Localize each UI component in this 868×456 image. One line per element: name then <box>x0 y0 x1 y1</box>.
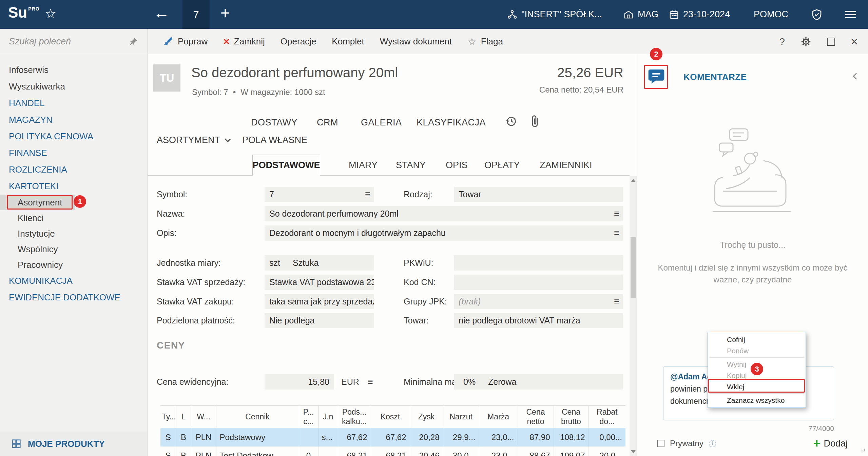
close-window-icon[interactable]: × <box>851 36 858 48</box>
tab-crm[interactable]: CRM <box>317 117 338 128</box>
field-menu-icon[interactable]: ≡ <box>614 225 619 241</box>
scrollbar-thumb[interactable] <box>631 237 636 298</box>
command-search[interactable]: Szukaj poleceń <box>0 29 147 54</box>
menu-item-cofnij[interactable]: Cofnij <box>708 334 806 345</box>
maximize-icon[interactable] <box>827 38 835 46</box>
symbol-field[interactable]: 7 ≡ <box>265 187 374 202</box>
subtab-miary[interactable]: MIARY <box>349 160 378 171</box>
subtab-opis[interactable]: OPIS <box>446 160 468 171</box>
col-header[interactable]: P... c... <box>299 406 318 428</box>
info-icon[interactable]: i <box>709 440 716 447</box>
menu-item-wklej[interactable]: Wklej <box>708 381 806 392</box>
sidebar-item-klienci[interactable]: Klienci <box>0 210 147 226</box>
col-header[interactable]: L <box>176 406 191 428</box>
sidebar-item-wspolnicy[interactable]: Wspólnicy <box>0 241 147 257</box>
collapse-panel-chevron-icon[interactable] <box>853 73 860 80</box>
flaga-button[interactable]: ☆ Flaga <box>467 36 503 47</box>
jednostka-field[interactable]: szt Sztuka <box>265 255 374 271</box>
sidebar-item-instytucje[interactable]: Instytucje <box>0 226 147 241</box>
new-tab-button[interactable]: + <box>220 3 230 22</box>
kod-cn-field[interactable] <box>454 275 623 290</box>
sidebar-item-finanse[interactable]: FINANSE <box>0 145 147 161</box>
comment-bubble-icon[interactable] <box>647 67 666 87</box>
security-shield-button[interactable] <box>811 0 823 29</box>
sidebar-item-wyszukiwarka[interactable]: Wyszukiwarka <box>0 78 147 95</box>
sidebar-item-polityka-cenowa[interactable]: POLITYKA CENOWA <box>0 128 147 145</box>
sidebar-item-kartoteki[interactable]: KARTOTEKI <box>0 178 147 195</box>
pkwiu-field[interactable] <box>454 255 623 271</box>
gear-icon[interactable] <box>801 36 811 47</box>
open-tab-7[interactable]: 7 <box>182 0 210 29</box>
col-header[interactable]: Pods... kalku... <box>338 406 371 428</box>
col-header[interactable]: Cena netto <box>518 406 554 428</box>
opis-field[interactable]: Dezodorant o mocnym i długotrwałym zapac… <box>265 225 623 241</box>
podzielona-platnosc-field[interactable]: Nie podlega <box>265 313 374 328</box>
sidebar-item-ewidencje-dodatkowe[interactable]: EWIDENCJE DODATKOWE <box>0 289 147 306</box>
private-checkbox[interactable] <box>657 440 664 447</box>
favorites-star-icon[interactable]: ☆ <box>45 6 56 21</box>
tab-galeria[interactable]: GALERIA <box>361 117 402 128</box>
sidebar-item-komunikacja[interactable]: KOMUNIKACJA <box>0 273 147 289</box>
minimalna-marza-field[interactable]: 0% Zerowa <box>454 374 623 390</box>
company-selector[interactable]: "INSERT" SPÓŁK... <box>507 0 602 29</box>
price-table-row-selected[interactable]: S B PLN Podstawowy s... 67,62 67,62 20,2… <box>160 428 625 447</box>
currency-label[interactable]: EUR <box>341 374 359 390</box>
field-menu-icon[interactable]: ≡ <box>614 294 619 309</box>
subtab-podstawowe[interactable]: PODSTAWOWE <box>252 155 320 176</box>
sidebar-item-pracownicy[interactable]: Pracownicy <box>0 257 147 273</box>
help-menu[interactable]: POMOC <box>754 0 788 29</box>
warehouse-selector[interactable]: MAG <box>623 0 659 29</box>
field-menu-icon[interactable]: ≡ <box>368 374 373 390</box>
sidebar-item-rozliczenia[interactable]: ROZLICZENIA <box>0 161 147 178</box>
sidebar-item-handel[interactable]: HANDEL <box>0 95 147 112</box>
vat-sprzedazy-field[interactable]: Stawka VAT podstawowa 23% <box>265 275 374 290</box>
field-menu-icon[interactable]: ≡ <box>614 206 619 221</box>
col-header[interactable]: J.n <box>318 406 338 428</box>
col-header[interactable]: Ty... <box>160 406 176 428</box>
field-menu-icon[interactable]: ≡ <box>365 187 370 202</box>
tab-klasyfikacja[interactable]: KLASYFIKACJA <box>417 117 486 128</box>
grupy-jpk-field[interactable]: (brak) ≡ <box>454 294 623 309</box>
add-comment-button[interactable]: + Dodaj <box>813 437 848 450</box>
price-table-row[interactable]: S B PLN Test Dodatkow... 0 ... 68,21 68,… <box>160 447 625 456</box>
sidebar-footer-moje-produkty[interactable]: MOJE PRODUKTY <box>0 432 147 456</box>
cena-ewidencyjna-field[interactable]: 15,80 <box>265 374 334 390</box>
vat-zakupu-field[interactable]: taka sama jak przy sprzedaży <box>265 294 374 309</box>
wystaw-dokument-button[interactable]: Wystaw dokument <box>380 36 452 47</box>
subtab-stany[interactable]: STANY <box>396 160 426 171</box>
sidebar-item-asortyment[interactable]: Asortyment <box>0 195 75 210</box>
col-header[interactable]: Narzut <box>443 406 479 428</box>
col-header[interactable]: Marża <box>479 406 518 428</box>
paperclip-icon[interactable] <box>529 115 541 128</box>
back-button[interactable]: ← <box>153 3 170 22</box>
nazwa-field[interactable]: So dezodorant perfumowany 20ml ≡ <box>265 206 623 221</box>
sidebar-item-magazyn[interactable]: MAGAZYN <box>0 112 147 128</box>
col-header[interactable]: Cena brutto <box>554 406 589 428</box>
zamknij-button[interactable]: × Zamknij <box>223 36 265 47</box>
date-selector[interactable]: 23-10-2024 <box>669 0 730 29</box>
col-header[interactable]: W... <box>191 406 216 428</box>
tab-dostawy[interactable]: DOSTAWY <box>251 117 297 128</box>
towar-field[interactable]: nie podlega obrotowi VAT marża <box>454 313 623 328</box>
section-selector-asortyment[interactable]: ASORTYMENT <box>157 135 230 145</box>
tab-pola-wlasne[interactable]: POLA WŁASNE <box>242 135 307 145</box>
scroll-down-arrow-icon[interactable] <box>631 450 636 453</box>
pin-icon[interactable] <box>129 37 138 46</box>
popraw-button[interactable]: Popraw <box>163 36 208 47</box>
vertical-scrollbar[interactable] <box>630 176 637 456</box>
komplet-button[interactable]: Komplet <box>332 36 364 47</box>
help-icon[interactable]: ? <box>779 36 785 47</box>
scroll-up-arrow-icon[interactable] <box>631 179 636 182</box>
subtab-zamienniki[interactable]: ZAMIENNIKI <box>540 160 592 171</box>
history-clock-icon[interactable] <box>505 115 517 127</box>
sidebar-item-infoserwis[interactable]: Infoserwis <box>0 62 147 78</box>
subtab-oplaty[interactable]: OPŁATY <box>484 160 520 171</box>
col-header[interactable]: Zysk <box>410 406 443 428</box>
operacje-button[interactable]: Operacje <box>281 36 316 47</box>
main-menu-button[interactable] <box>845 0 856 29</box>
col-header[interactable]: Cennik <box>216 406 299 428</box>
menu-item-zaznacz-wszystko[interactable]: Zaznacz wszystko <box>708 395 806 406</box>
col-header[interactable]: Koszt <box>371 406 410 428</box>
col-header[interactable]: Rabat do... <box>589 406 625 428</box>
rodzaj-field[interactable]: Towar <box>454 187 623 202</box>
